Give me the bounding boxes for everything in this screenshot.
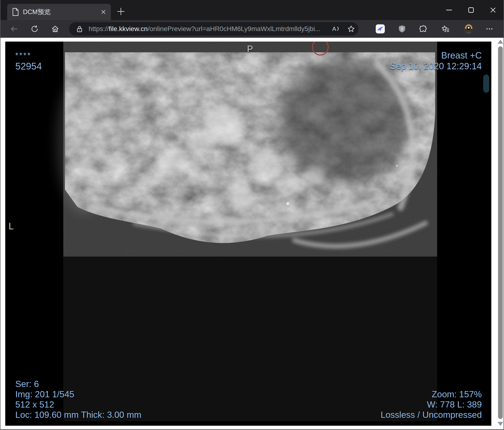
browser-toolbar: https://file.kkview.cn/onlinePreview?url… <box>0 20 504 38</box>
ellipsis-icon[interactable] <box>485 27 494 31</box>
browser-tab[interactable]: DCM预览 <box>7 4 111 20</box>
zoom-level: Zoom: 157% <box>380 389 482 399</box>
image-index: Img: 201 1/545 <box>15 389 141 399</box>
window-level: W: 778 L: 389 <box>380 399 482 410</box>
close-icon <box>489 6 497 14</box>
window-controls <box>445 0 497 20</box>
url-path: /onlinePreview?url=aHR0cHM6Ly9maWxlLmtrd… <box>148 25 320 33</box>
compression-info: Lossless / Uncompressed <box>380 410 482 420</box>
back-arrow-icon[interactable] <box>10 25 18 33</box>
slice-location: Loc: 109.60 mm Thick: 3.00 mm <box>15 410 141 420</box>
scrollbar-thumb[interactable] <box>498 46 503 419</box>
orientation-marker-posterior: P <box>247 44 253 54</box>
study-datetime: Sep 10, 2020 12:29:14 <box>390 61 482 72</box>
thunder-bird-extension-icon[interactable] <box>376 24 385 34</box>
lock-icon[interactable] <box>76 25 83 33</box>
overlay-top-right: Breast +C Sep 10, 2020 12:29:14 <box>390 50 482 72</box>
tab-close-icon[interactable] <box>100 9 107 15</box>
matrix-size: 512 x 512 <box>15 399 141 410</box>
tampermonkey-shield-icon[interactable]: T <box>398 25 406 33</box>
scrollbar-down-arrow-icon[interactable] <box>497 422 503 426</box>
overlay-bottom-left: Ser: 6 Img: 201 1/545 512 x 512 Loc: 109… <box>15 379 141 420</box>
image-stack-scrollbar-thumb[interactable] <box>483 74 489 93</box>
plus-icon <box>117 7 125 16</box>
toolbar-divider <box>0 20 0 28</box>
url-scheme: https:// <box>89 25 109 33</box>
url-host: file.kkview.cn <box>109 25 148 33</box>
home-icon[interactable] <box>51 25 59 33</box>
maximize-button[interactable] <box>467 6 475 14</box>
page-body: **** 52954 Breast +C Sep 10, 2020 12:29:… <box>0 38 504 430</box>
tab-title: DCM预览 <box>23 8 100 16</box>
series-number: Ser: 6 <box>15 379 141 389</box>
browser-titlebar: DCM预览 <box>0 0 504 20</box>
read-aloud-icon[interactable]: A <box>331 25 340 33</box>
address-bar[interactable]: https://file.kkview.cn/onlinePreview?url… <box>69 22 359 36</box>
avatar[interactable] <box>464 24 473 34</box>
refresh-icon[interactable] <box>31 25 39 33</box>
overlay-bottom-right: Zoom: 157% W: 778 L: 389 Lossless / Unco… <box>380 389 482 420</box>
address-bar-actions: A <box>331 22 355 36</box>
new-tab-button[interactable] <box>117 7 125 16</box>
scrollbar-up-arrow-icon[interactable] <box>497 40 503 44</box>
mri-image <box>5 42 491 426</box>
svg-text:T: T <box>401 27 404 31</box>
patient-id-masked: **** <box>15 51 42 60</box>
svg-text:A: A <box>332 26 336 32</box>
overlay-top-left: **** 52954 <box>15 51 42 73</box>
favorites-list-icon[interactable] <box>441 25 450 33</box>
puzzle-icon[interactable] <box>419 25 427 33</box>
close-window-button[interactable] <box>489 6 497 14</box>
orientation-marker-left: L <box>9 221 14 232</box>
study-description: Breast +C <box>390 50 482 61</box>
document-icon <box>12 8 19 16</box>
minimize-icon <box>445 6 453 14</box>
star-icon[interactable] <box>347 25 355 33</box>
dicom-canvas[interactable]: **** 52954 Breast +C Sep 10, 2020 12:29:… <box>5 42 491 426</box>
url-text: https://file.kkview.cn/onlinePreview?url… <box>89 25 327 33</box>
maximize-icon <box>467 6 475 14</box>
minimize-button[interactable] <box>445 6 453 14</box>
patient-number: 52954 <box>15 60 42 73</box>
